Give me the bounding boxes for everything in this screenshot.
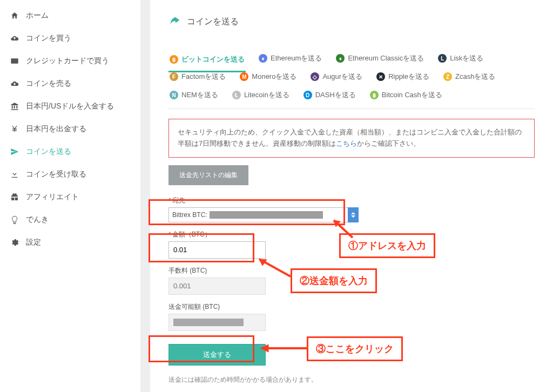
sidebar-item-withdraw[interactable]: 日本円を出金する: [0, 118, 140, 140]
tab-factom[interactable]: FFactomを送る: [168, 69, 227, 87]
tab-lisk[interactable]: LLiskを送る: [437, 50, 484, 69]
foot-note: 送金には確認のため時間がかかる場合があります。: [168, 375, 535, 384]
download-icon: [10, 170, 19, 179]
tab-monero[interactable]: MMoneroを送る: [239, 69, 298, 87]
sidebar-item-receive[interactable]: コインを受け取る: [0, 163, 140, 186]
eth-icon: ♦: [259, 54, 267, 63]
sidebar-item-denki[interactable]: でんき: [0, 208, 140, 231]
tab-dash[interactable]: DDASHを送る: [302, 87, 357, 105]
sidebar-label: コインを買う: [26, 33, 71, 43]
page-header: コインを送る: [168, 15, 535, 29]
address-select[interactable]: Bittrex BTC:: [168, 207, 359, 222]
sidebar-item-settings[interactable]: 設定: [0, 231, 140, 254]
xmr-icon: M: [240, 72, 248, 81]
etc-icon: ♦: [336, 54, 345, 63]
amount-input[interactable]: [168, 241, 266, 259]
sidebar-item-affiliate[interactable]: アフィリエイト: [0, 186, 140, 208]
sidebar-label: コインを受け取る: [26, 170, 86, 179]
sidebar-label: でんき: [26, 215, 49, 225]
zec-icon: Z: [443, 72, 452, 81]
tab-zcash[interactable]: ZZcashを送る: [442, 69, 496, 87]
tab-nem[interactable]: NNEMを送る: [168, 87, 219, 105]
lsk-icon: L: [438, 54, 447, 63]
svg-marker-3: [259, 259, 267, 266]
dash-icon: D: [304, 91, 312, 99]
available-value: [168, 314, 266, 331]
sidebar-item-buy[interactable]: コインを買う: [0, 27, 140, 50]
sidebar-item-send[interactable]: コインを送る: [0, 140, 140, 163]
sidebar-label: コインを売る: [26, 79, 71, 89]
address-masked: [210, 211, 323, 219]
gear-icon: [10, 238, 19, 247]
notice-link[interactable]: こちら: [336, 139, 357, 147]
yen-icon: [10, 124, 19, 134]
card-icon: [10, 56, 19, 66]
field-available: 送金可能額 (BTC): [168, 302, 535, 331]
available-label: 送金可能額 (BTC): [168, 302, 535, 312]
home-icon: [10, 11, 19, 21]
sidebar-label: 設定: [26, 238, 41, 247]
xrp-icon: ✕: [376, 72, 385, 81]
sidebar-label: コインを送る: [26, 147, 71, 157]
sidebar-label: アフィリエイト: [26, 192, 79, 202]
tab-litecoin[interactable]: ŁLitecoinを送る: [231, 87, 291, 105]
sidebar-label: クレジットカードで買う: [26, 56, 109, 66]
cloud-down-icon: [10, 79, 19, 89]
page-title: コインを送る: [187, 16, 239, 28]
sidebar-item-sell[interactable]: コインを売る: [0, 72, 140, 95]
sidebar-label: 日本円を出金する: [26, 124, 86, 134]
fee-value: 0.001: [168, 278, 266, 295]
share-arrow-icon: [168, 15, 180, 29]
address-label: *宛先: [168, 196, 535, 205]
sidebar-item-credit[interactable]: クレジットカードで買う: [0, 50, 140, 72]
sidebar-item-deposit[interactable]: 日本円/USドルを入金する: [0, 95, 140, 118]
bulb-icon: [10, 215, 19, 225]
edit-address-list-button[interactable]: 送金先リストの編集: [168, 165, 248, 185]
field-fee: 手数料 (BTC) 0.001: [168, 266, 535, 295]
field-address: *宛先 Bittrex BTC:: [168, 196, 535, 222]
send-icon: [10, 147, 19, 157]
ltc-icon: Ł: [232, 91, 241, 99]
gift-icon: [10, 192, 19, 202]
bch-icon: ฿: [370, 91, 379, 99]
field-amount: *金額（BTC）: [168, 230, 535, 259]
xem-icon: N: [170, 91, 178, 99]
fct-icon: F: [170, 72, 178, 81]
cloud-up-icon: [10, 33, 19, 43]
available-masked: [173, 319, 244, 326]
callout-submit: ③ここをクリック: [307, 336, 403, 361]
security-notice: セキュリティ向上のため、クイック入金で入金した資産（相当額）、またはコンビニ入金…: [168, 119, 535, 158]
btc-icon: ฿: [170, 55, 178, 64]
sidebar: ホーム コインを買う クレジットカードで買う コインを売る 日本円/USドルを入…: [0, 0, 140, 392]
rep-icon: ◇: [311, 72, 319, 81]
sidebar-label: 日本円/USドルを入金する: [26, 102, 114, 111]
tab-augur[interactable]: ◇Augurを送る: [309, 69, 363, 87]
tab-etc[interactable]: ♦Ethereum Classicを送る: [335, 50, 425, 69]
select-arrow-icon: [348, 207, 359, 222]
bank-icon: [10, 102, 19, 111]
tab-bch[interactable]: ฿Bitcoin Cashを送る: [369, 87, 443, 105]
sidebar-item-home[interactable]: ホーム: [0, 4, 140, 27]
coin-tabs: ฿ビットコインを送る ♦Ethereumを送る ♦Ethereum Classi…: [168, 50, 535, 109]
tab-ripple[interactable]: ✕Rippleを送る: [375, 69, 430, 87]
main-panel: コインを送る ฿ビットコインを送る ♦Ethereumを送る ♦Ethereum…: [150, 0, 553, 392]
tab-ethereum[interactable]: ♦Ethereumを送る: [258, 50, 323, 69]
submit-send-button[interactable]: 送金する: [168, 344, 266, 366]
amount-label: *金額（BTC）: [168, 230, 535, 239]
sidebar-label: ホーム: [26, 11, 49, 21]
fee-label: 手数料 (BTC): [168, 266, 535, 275]
